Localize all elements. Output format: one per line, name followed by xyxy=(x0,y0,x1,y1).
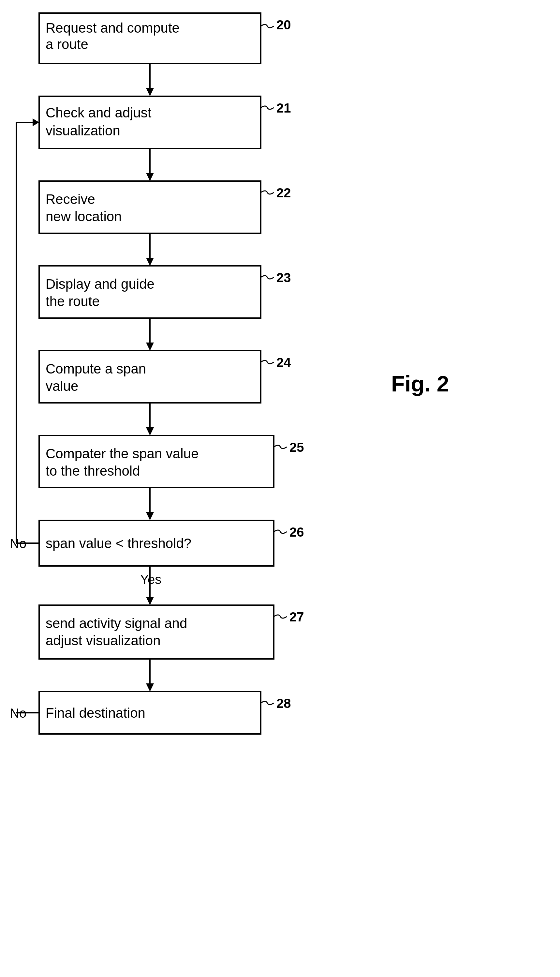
svg-text:Fig. 2: Fig. 2 xyxy=(391,371,449,396)
svg-text:to the threshold: to the threshold xyxy=(46,463,140,479)
svg-text:20: 20 xyxy=(277,18,291,32)
svg-marker-35 xyxy=(146,512,154,520)
svg-text:span value < threshold?: span value < threshold? xyxy=(46,536,191,551)
svg-marker-29 xyxy=(146,428,154,436)
svg-marker-5 xyxy=(146,88,154,96)
svg-text:Display and guide: Display and guide xyxy=(46,276,155,292)
svg-text:22: 22 xyxy=(277,185,291,200)
svg-rect-6 xyxy=(39,96,261,149)
svg-text:24: 24 xyxy=(277,355,291,369)
svg-text:send activity signal and: send activity signal and xyxy=(46,616,187,631)
svg-text:value: value xyxy=(46,378,78,394)
svg-text:visualization: visualization xyxy=(46,123,120,138)
svg-rect-24 xyxy=(39,351,261,403)
svg-text:a route: a route xyxy=(46,37,88,52)
svg-text:26: 26 xyxy=(290,525,304,539)
flowchart-diagram: Request and compute a route 20 Check and… xyxy=(0,0,560,977)
svg-text:Yes: Yes xyxy=(140,572,162,586)
svg-rect-30 xyxy=(39,436,274,488)
svg-rect-12 xyxy=(39,181,261,233)
svg-text:Final destination: Final destination xyxy=(46,705,145,721)
svg-rect-18 xyxy=(39,266,261,318)
svg-text:Compute a span: Compute a span xyxy=(46,361,146,376)
svg-marker-17 xyxy=(146,258,154,266)
svg-text:new location: new location xyxy=(46,209,122,224)
svg-text:21: 21 xyxy=(277,101,291,115)
svg-text:the route: the route xyxy=(46,294,100,309)
svg-marker-43 xyxy=(33,119,39,126)
svg-text:Check and adjust: Check and adjust xyxy=(46,105,152,120)
svg-text:25: 25 xyxy=(290,440,304,454)
svg-text:28: 28 xyxy=(277,696,291,710)
svg-text:27: 27 xyxy=(290,610,304,624)
svg-marker-23 xyxy=(146,342,154,351)
svg-rect-47 xyxy=(39,605,274,659)
flowchart-svg: Request and compute a route 20 Check and… xyxy=(0,0,560,977)
svg-text:Receive: Receive xyxy=(46,192,95,207)
svg-marker-52 xyxy=(146,683,154,691)
svg-text:Request and compute: Request and compute xyxy=(46,20,180,35)
svg-text:23: 23 xyxy=(277,271,291,285)
svg-marker-46 xyxy=(146,597,154,605)
svg-text:Compater the span value: Compater the span value xyxy=(46,446,198,461)
svg-marker-11 xyxy=(146,173,154,181)
svg-text:adjust visualization: adjust visualization xyxy=(46,633,161,648)
